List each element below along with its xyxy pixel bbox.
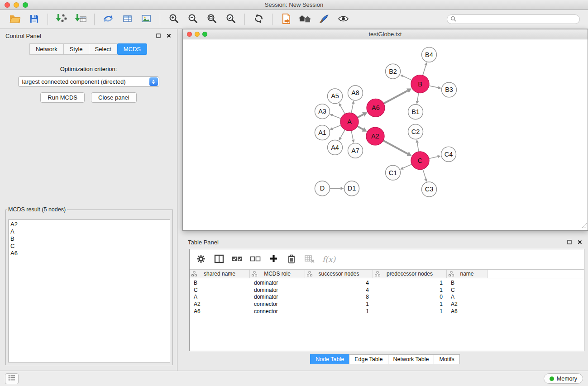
zoom-in-button[interactable] xyxy=(165,12,183,27)
network-edge-B-B4[interactable] xyxy=(423,65,426,75)
network-node-A3[interactable]: A3 xyxy=(315,104,330,119)
network-node-A4[interactable]: A4 xyxy=(328,140,343,155)
criterion-dropdown[interactable]: largest connected component (directed) xyxy=(18,76,159,87)
network-edge-A-A2[interactable] xyxy=(357,126,363,129)
table-row[interactable]: A2connector11A2 xyxy=(190,300,584,308)
refresh-button[interactable] xyxy=(249,12,268,27)
new-table-button[interactable] xyxy=(118,12,136,27)
delete-table-button[interactable] xyxy=(304,254,315,265)
network-node-D1[interactable]: D1 xyxy=(344,181,359,196)
network-node-B[interactable]: B xyxy=(411,75,429,93)
network-window-titlebar[interactable]: testGlobe.txt xyxy=(183,29,588,39)
tab-network[interactable]: Network xyxy=(29,43,64,55)
network-edge-A-A7[interactable] xyxy=(351,131,353,140)
network-canvas[interactable]: B4B2BB3A8A5A6B1A3AC2A1A2A4A7C4CC1C3DD1 xyxy=(183,39,588,230)
column-header-predecessor-nodes[interactable]: predecessor nodes xyxy=(373,270,447,278)
network-node-A[interactable]: A xyxy=(340,113,359,131)
network-node-B2[interactable]: B2 xyxy=(386,64,401,79)
zoom-selected-button[interactable] xyxy=(222,12,240,27)
network-node-C1[interactable]: C1 xyxy=(386,165,401,180)
column-header-successor-nodes[interactable]: successor nodes xyxy=(305,270,373,278)
tab-mcds[interactable]: MCDS xyxy=(117,43,147,55)
tab-motifs[interactable]: Motifs xyxy=(434,354,459,364)
column-header-name[interactable]: name xyxy=(447,270,488,278)
search-box[interactable] xyxy=(447,14,580,24)
open-network-file-button[interactable] xyxy=(277,12,295,27)
network-node-A5[interactable]: A5 xyxy=(328,89,343,104)
network-edge-C-C3[interactable] xyxy=(423,169,426,179)
column-header-mcds-role[interactable]: MCDS role xyxy=(250,270,305,278)
tab-node-table[interactable]: Node Table xyxy=(310,354,349,364)
save-session-button[interactable] xyxy=(25,12,43,27)
network-edge-B-B1[interactable] xyxy=(417,93,419,101)
table-row[interactable]: Bdominator41B xyxy=(190,279,584,286)
network-edge-B-B2[interactable] xyxy=(403,76,412,80)
search-input[interactable] xyxy=(459,16,576,23)
network-node-A6[interactable]: A6 xyxy=(367,99,385,117)
network-zoom-button[interactable] xyxy=(202,32,207,37)
run-mcds-button[interactable]: Run MCDS xyxy=(40,92,85,103)
table-row[interactable]: A6connector11A6 xyxy=(190,308,584,315)
network-node-D[interactable]: D xyxy=(315,181,330,196)
network-node-B3[interactable]: B3 xyxy=(442,82,457,97)
network-edge-B-B3[interactable] xyxy=(429,86,438,87)
network-node-C[interactable]: C xyxy=(411,152,429,170)
table-float-panel-icon[interactable] xyxy=(567,239,572,245)
float-panel-icon[interactable] xyxy=(156,33,161,38)
column-header-shared-name[interactable]: shared name xyxy=(190,270,250,278)
show-columns-button[interactable] xyxy=(214,254,225,265)
network-edge-A-A8[interactable] xyxy=(351,104,353,113)
network-node-B4[interactable]: B4 xyxy=(422,47,437,62)
network-node-A7[interactable]: A7 xyxy=(348,143,363,158)
network-edge-C-C1[interactable] xyxy=(403,164,411,168)
network-edge-A-A5[interactable] xyxy=(340,106,345,114)
node-table-body[interactable]: Bdominator41BCdominator41CAdominator80AA… xyxy=(190,278,584,351)
show-hide-button[interactable] xyxy=(334,12,352,27)
network-edge-A-A3[interactable] xyxy=(333,115,341,119)
network-node-A2[interactable]: A2 xyxy=(366,127,384,145)
zoom-out-button[interactable] xyxy=(184,12,202,27)
resize-grip-icon[interactable] xyxy=(581,223,587,230)
network-minimize-button[interactable] xyxy=(195,32,200,37)
mcds-result-item[interactable]: B xyxy=(10,235,168,243)
network-edge-A2-C[interactable] xyxy=(383,141,408,154)
network-edge-C-C4[interactable] xyxy=(429,157,438,158)
home-button[interactable] xyxy=(296,12,314,27)
import-network-button[interactable] xyxy=(53,12,71,27)
mcds-result-item[interactable]: A2 xyxy=(10,221,168,228)
network-edge-A-A4[interactable] xyxy=(340,129,345,138)
style-button[interactable] xyxy=(315,12,333,27)
network-node-C3[interactable]: C3 xyxy=(422,182,437,197)
network-node-C4[interactable]: C4 xyxy=(441,147,456,162)
network-edge-A-A6[interactable] xyxy=(358,114,363,118)
table-row[interactable]: Cdominator41C xyxy=(190,286,584,294)
mcds-result-item[interactable]: A6 xyxy=(10,250,168,257)
show-panels-button[interactable] xyxy=(5,373,19,384)
table-close-panel-icon[interactable] xyxy=(577,239,583,245)
network-edge-A6-B[interactable] xyxy=(384,91,408,104)
network-close-button[interactable] xyxy=(187,32,192,37)
import-table-button[interactable] xyxy=(72,12,90,27)
export-image-button[interactable] xyxy=(137,12,155,27)
close-window-button[interactable] xyxy=(5,2,10,8)
function-builder-button[interactable]: f(x) xyxy=(322,255,335,264)
mcds-result-list[interactable]: A2ABCA6 xyxy=(8,219,170,362)
table-row[interactable]: Adominator80A xyxy=(190,293,584,300)
delete-column-button[interactable] xyxy=(286,254,297,265)
table-settings-button[interactable] xyxy=(196,254,206,265)
tab-edge-table[interactable]: Edge Table xyxy=(349,354,388,364)
select-all-button[interactable] xyxy=(232,254,243,265)
tab-style[interactable]: Style xyxy=(63,43,89,55)
network-node-B1[interactable]: B1 xyxy=(408,105,423,119)
tab-network-table[interactable]: Network Table xyxy=(388,354,435,364)
open-session-button[interactable] xyxy=(6,12,24,27)
network-node-A8[interactable]: A8 xyxy=(348,86,363,100)
memory-button[interactable]: Memory xyxy=(544,373,583,384)
network-edge-C-C2[interactable] xyxy=(417,143,419,152)
mcds-result-item[interactable]: A xyxy=(10,228,168,235)
network-node-C2[interactable]: C2 xyxy=(408,124,423,139)
deselect-all-button[interactable] xyxy=(250,254,261,265)
mcds-result-item[interactable]: C xyxy=(10,243,168,250)
network-node-A1[interactable]: A1 xyxy=(315,125,330,140)
new-network-button[interactable] xyxy=(99,12,117,27)
